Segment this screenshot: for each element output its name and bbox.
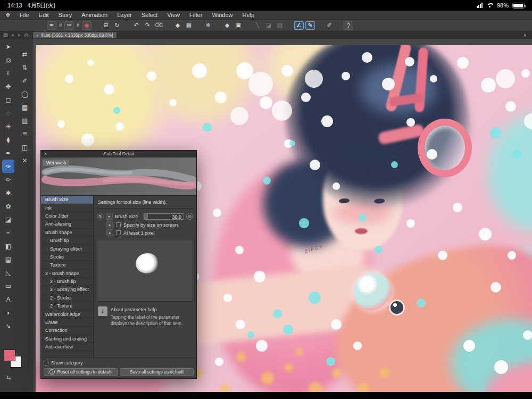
dynamics-toggle-icon[interactable]: ⊘: [186, 213, 193, 220]
eraser-tool[interactable]: ◪: [2, 213, 14, 226]
min-pixel-checkbox[interactable]: [116, 230, 121, 235]
document-tab[interactable]: × illust (3661 x 2635px 300dpi 89.8%): [33, 32, 117, 38]
collapse-left-icon[interactable]: «: [12, 32, 14, 38]
reset-settings-button[interactable]: ↓ Reset all settings to default: [44, 368, 118, 376]
category-item[interactable]: Anti-overflow: [41, 343, 93, 351]
pen-pressure-icon[interactable]: ✐: [325, 21, 334, 30]
gradient-icon[interactable]: ▨: [275, 21, 285, 30]
menu-item[interactable]: Story: [54, 12, 77, 18]
subtool-detail-icon[interactable]: ◎: [24, 32, 29, 38]
collapse-right-icon[interactable]: »: [18, 32, 21, 38]
text-tool[interactable]: A: [2, 293, 14, 306]
figure-tool[interactable]: ◺: [2, 266, 14, 279]
fill-icon[interactable]: ◆: [173, 21, 182, 30]
hand-tool[interactable]: ✌: [2, 66, 14, 80]
menu-item[interactable]: Edit: [34, 12, 54, 18]
undo-icon[interactable]: ↶: [131, 21, 141, 30]
expand-arrow-icon[interactable]: ▸: [106, 221, 113, 228]
category-item[interactable]: Ink: [41, 204, 93, 212]
spacer[interactable]: [317, 21, 323, 30]
flow-line-tool[interactable]: ➘: [2, 319, 14, 332]
category-item[interactable]: Starting and ending: [41, 335, 93, 343]
category-item[interactable]: Watercolor edge: [41, 310, 93, 318]
layer-move-icon[interactable]: ⇅: [19, 61, 31, 74]
clip-studio-logo-icon[interactable]: ❖: [5, 12, 11, 19]
category-item[interactable]: 2 - Texture: [41, 302, 93, 310]
timelapse-record-icon[interactable]: ◉: [82, 21, 92, 30]
current-tool-icon[interactable]: ✒: [47, 21, 56, 30]
swap-colors-icon[interactable]: ⇆: [6, 375, 11, 380]
lasso-tool[interactable]: ◌: [2, 106, 14, 120]
spacer[interactable]: [214, 21, 221, 30]
foreground-color-swatch[interactable]: [4, 350, 15, 361]
operation-tool[interactable]: ➤: [2, 40, 14, 53]
grid-icon[interactable]: ▦: [184, 21, 194, 30]
save-settings-button[interactable]: Save all settings as default: [120, 368, 194, 376]
tool-stepper-icon[interactable]: ⇵: [58, 21, 63, 30]
spacer[interactable]: [93, 21, 99, 30]
spacer[interactable]: [123, 21, 130, 30]
move-tool[interactable]: ✥: [2, 80, 14, 93]
spacer[interactable]: [165, 21, 171, 30]
fill-tool[interactable]: ◧: [2, 239, 14, 253]
help-balloon-icon[interactable]: ?: [344, 21, 353, 30]
tab-list-chevron-icon[interactable]: ∨: [523, 32, 529, 38]
material-panel-icon[interactable]: ▥: [19, 114, 31, 127]
eyedropper-tool[interactable]: ⧫: [2, 133, 14, 146]
category-item[interactable]: Texture: [41, 261, 93, 269]
subtool-stepper-icon[interactable]: ⇵: [76, 21, 80, 30]
category-item[interactable]: 2 - Stroke: [41, 294, 93, 302]
dialog-title-bar[interactable]: × Sub Tool Detail: [41, 151, 196, 157]
menu-item[interactable]: Help: [238, 12, 260, 18]
spacer[interactable]: [336, 21, 342, 30]
gradient-tool[interactable]: ▤: [2, 253, 14, 266]
menu-item[interactable]: Filter: [185, 12, 207, 18]
special-ruler-icon[interactable]: ✎: [305, 21, 315, 30]
expand-arrow-icon[interactable]: ▸: [106, 213, 113, 220]
blend-tool[interactable]: ≈: [2, 226, 14, 239]
layer-stack-icon[interactable]: ≣: [19, 127, 31, 140]
import-icon[interactable]: ⊞: [101, 21, 111, 30]
category-item[interactable]: Erase: [41, 319, 93, 327]
dialog-close-icon[interactable]: ×: [44, 151, 47, 156]
marquee-tool[interactable]: ◻: [2, 93, 14, 106]
menu-item[interactable]: View: [162, 12, 185, 18]
snap-snowflake-icon[interactable]: ❄: [203, 21, 213, 30]
grid-panel-icon[interactable]: ▦: [19, 101, 31, 114]
category-item[interactable]: Brush Size: [41, 196, 93, 204]
menu-item[interactable]: File: [15, 12, 34, 18]
show-category-checkbox[interactable]: [44, 361, 48, 365]
layer-panel-icon[interactable]: ◫: [19, 140, 31, 154]
decoration-tool[interactable]: ✿: [2, 200, 14, 213]
redo-icon[interactable]: ↷: [143, 21, 152, 30]
category-item[interactable]: Brush shape: [41, 229, 93, 237]
flip-view-icon[interactable]: ⇄: [19, 47, 31, 61]
tone-icon[interactable]: ◪: [264, 21, 273, 30]
ruler-snap-icon[interactable]: ∠: [294, 21, 304, 30]
specify-size-checkbox[interactable]: [116, 222, 121, 227]
spacer[interactable]: [245, 21, 251, 30]
select-pen-icon[interactable]: ✐: [19, 74, 31, 87]
transform-frame-icon[interactable]: ▣: [234, 21, 243, 30]
panel-toggle-icon[interactable]: ▤: [3, 32, 8, 38]
airbrush-tool[interactable]: ✱: [2, 186, 14, 200]
brush-size-slider[interactable]: 30.0: [144, 213, 184, 220]
clear-icon[interactable]: ⌫: [154, 21, 163, 30]
spacer[interactable]: [195, 21, 202, 30]
menu-item[interactable]: Window: [207, 12, 237, 18]
category-item[interactable]: Spraying effect: [41, 245, 93, 253]
category-item[interactable]: Color Jitter: [41, 212, 93, 220]
tab-close-icon[interactable]: ×: [36, 33, 39, 38]
category-item[interactable]: 2 - Brush tip: [41, 278, 93, 286]
stepper-toggle-icon[interactable]: ⇅: [97, 213, 104, 220]
sub-view-icon[interactable]: ◯: [19, 87, 31, 101]
category-item[interactable]: 2 - Brush shape: [41, 270, 93, 278]
category-item[interactable]: Correction: [41, 327, 93, 335]
expand-arrow-icon[interactable]: ▸: [106, 229, 113, 236]
close-panel-icon[interactable]: ✕: [19, 154, 31, 167]
material-icon[interactable]: ◆: [222, 21, 232, 30]
category-item[interactable]: Anti-aliasing: [41, 220, 93, 228]
rotate-view-icon[interactable]: ↻: [112, 21, 122, 30]
category-item[interactable]: Stroke: [41, 253, 93, 261]
category-item[interactable]: Brush tip: [41, 237, 93, 245]
